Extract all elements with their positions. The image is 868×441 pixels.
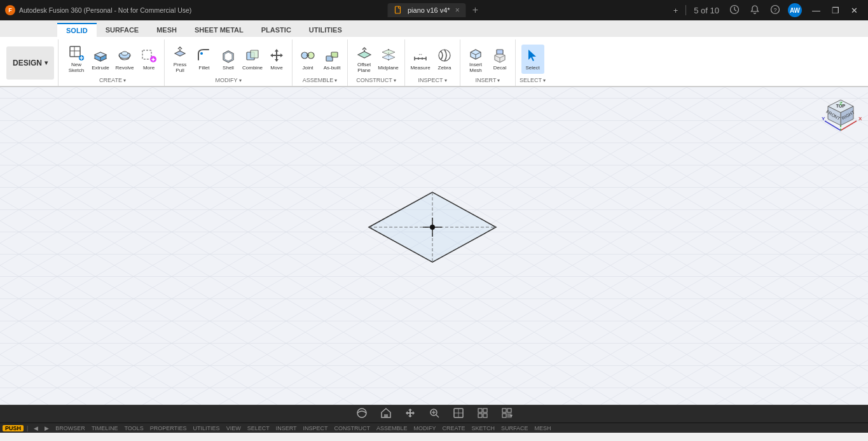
assemble-label[interactable]: ASSEMBLE ▾ bbox=[303, 77, 338, 83]
strip-item-8[interactable]: PROPERTIES bbox=[148, 425, 189, 431]
midplane-btn[interactable]: Midplane bbox=[377, 45, 400, 74]
move-btn[interactable]: Move bbox=[265, 45, 288, 74]
insert-label[interactable]: INSERT ▾ bbox=[476, 77, 500, 83]
create-chevron: ▾ bbox=[123, 78, 126, 83]
tab-utilities[interactable]: UTILITIES bbox=[300, 23, 351, 37]
strip-item-12[interactable]: INSERT bbox=[273, 425, 300, 431]
version-info[interactable]: 5 of 10 bbox=[691, 4, 722, 17]
strip-item-19[interactable]: SURFACE bbox=[499, 425, 531, 431]
as-built-btn[interactable]: As-built bbox=[320, 45, 343, 74]
strip-item-13[interactable]: INSPECT bbox=[301, 425, 331, 431]
tab-container[interactable]: piano v16 v4* × bbox=[387, 3, 466, 17]
svg-text:✦: ✦ bbox=[151, 57, 156, 63]
strip-item-18[interactable]: SKETCH bbox=[469, 425, 497, 431]
inspect-group: ↔ Measure Zebra INSPECT ▾ bbox=[405, 39, 460, 86]
midplane-label: Midplane bbox=[378, 66, 398, 71]
measure-btn[interactable]: ↔ Measure bbox=[409, 45, 432, 74]
zebra-btn[interactable]: Zebra bbox=[433, 45, 456, 74]
create-tools: NewSketch Extrude Revolve bbox=[65, 42, 160, 76]
viewport[interactable]: TOP RIGHT FRONT X Y Z bbox=[0, 87, 868, 405]
insert-tools: InsertMesh Decal bbox=[464, 42, 511, 76]
bottomstrip: PUSH | ◀ ▶ BROWSER TIMELINE TOOLS PROPER… bbox=[0, 423, 868, 433]
home-btn[interactable] bbox=[378, 407, 394, 421]
tabs-row: SOLID SURFACE MESH SHEET METAL PLASTIC U… bbox=[0, 20, 868, 37]
strip-item-5[interactable]: BROWSER bbox=[53, 425, 88, 431]
press-pull-btn[interactable]: PressPull bbox=[169, 45, 191, 74]
strip-item-16[interactable]: MODIFY bbox=[411, 425, 439, 431]
strip-item-1[interactable]: PUSH bbox=[3, 425, 24, 431]
press-pull-label: PressPull bbox=[174, 62, 186, 74]
construct-plane-btn[interactable]: OffsetPlane bbox=[353, 45, 376, 74]
strip-item-14[interactable]: CONSTRUCT bbox=[332, 425, 373, 431]
inspect-label[interactable]: INSPECT ▾ bbox=[418, 77, 447, 83]
svg-point-68 bbox=[357, 409, 366, 417]
app-icon: F bbox=[5, 5, 15, 15]
select-btn[interactable]: Select bbox=[521, 45, 544, 74]
revolve-label: Revolve bbox=[116, 66, 134, 71]
clock-btn[interactable] bbox=[727, 3, 742, 18]
viewcube[interactable]: TOP RIGHT FRONT X Y Z bbox=[818, 92, 863, 137]
tab-sheet-metal[interactable]: SHEET METAL bbox=[186, 23, 252, 37]
nav-tools: ▾ bbox=[354, 407, 515, 421]
create-more-btn[interactable]: ✦ More bbox=[137, 45, 160, 74]
strip-item-9[interactable]: UTILITIES bbox=[191, 425, 223, 431]
tab-solid[interactable]: SOLID bbox=[57, 23, 97, 37]
extrude-btn[interactable]: Extrude bbox=[89, 45, 112, 74]
strip-item-3[interactable]: ◀ bbox=[31, 425, 41, 431]
tab-plastic[interactable]: PLASTIC bbox=[252, 23, 300, 37]
fillet-btn[interactable]: Fillet bbox=[193, 45, 216, 74]
avatar[interactable]: AW bbox=[788, 3, 802, 17]
insert-mesh-btn[interactable]: InsertMesh bbox=[464, 45, 487, 74]
decal-btn[interactable]: Decal bbox=[488, 45, 511, 74]
combine-icon bbox=[244, 46, 261, 64]
decal-icon bbox=[491, 46, 509, 64]
new-tab-btn[interactable]: + bbox=[470, 4, 481, 16]
maximize-btn[interactable]: ❐ bbox=[827, 6, 844, 15]
shell-btn[interactable]: Shell bbox=[217, 45, 240, 74]
strip-item-15[interactable]: ASSEMBLE bbox=[374, 425, 410, 431]
svg-text:Z: Z bbox=[839, 101, 843, 106]
notifications-btn[interactable] bbox=[747, 3, 762, 18]
titlebar-right: + 5 of 10 ? AW — ❐ ✕ bbox=[671, 3, 863, 18]
strip-item-10[interactable]: VIEW bbox=[224, 425, 244, 431]
combine-btn[interactable]: Combine bbox=[241, 45, 264, 74]
design-mode-btn[interactable]: DESIGN ▾ bbox=[6, 46, 54, 80]
select-label-group[interactable]: SELECT ▾ bbox=[520, 77, 546, 83]
add-file-btn[interactable]: + bbox=[671, 4, 681, 17]
tab-mesh[interactable]: MESH bbox=[148, 23, 186, 37]
strip-item-20[interactable]: MESH bbox=[532, 425, 553, 431]
orbit-btn[interactable] bbox=[354, 407, 370, 421]
display-settings-btn[interactable]: ▾ bbox=[499, 407, 515, 421]
new-sketch-btn[interactable]: NewSketch bbox=[65, 45, 88, 74]
close-btn[interactable]: ✕ bbox=[846, 6, 863, 15]
strip-item-4[interactable]: ▶ bbox=[42, 425, 52, 431]
viewcube-toggle-btn[interactable] bbox=[450, 407, 467, 421]
minimize-btn[interactable]: — bbox=[807, 6, 825, 15]
strip-item-7[interactable]: TOOLS bbox=[121, 425, 146, 431]
tab-close-btn[interactable]: × bbox=[455, 6, 460, 15]
zoom-fit-btn[interactable] bbox=[426, 407, 443, 421]
joint-btn[interactable]: Joint bbox=[296, 45, 319, 74]
svg-rect-80 bbox=[478, 414, 482, 417]
strip-item-6[interactable]: TIMELINE bbox=[89, 425, 121, 431]
pan-btn[interactable] bbox=[402, 407, 418, 421]
create-more-label: More bbox=[143, 66, 155, 71]
svg-rect-12 bbox=[142, 50, 151, 59]
svg-rect-81 bbox=[483, 414, 487, 417]
help-icon: ? bbox=[770, 4, 780, 15]
revolve-btn[interactable]: Revolve bbox=[113, 45, 136, 74]
tab-label: piano v16 v4* bbox=[408, 6, 450, 14]
titlebar-left: F Autodesk Fusion 360 (Personal - Not fo… bbox=[5, 5, 191, 15]
construct-label[interactable]: CONSTRUCT ▾ bbox=[356, 77, 396, 83]
strip-item-17[interactable]: CREATE bbox=[440, 425, 468, 431]
grid-toggle-btn[interactable] bbox=[474, 407, 491, 421]
svg-text:▾: ▾ bbox=[510, 413, 513, 419]
strip-item-11[interactable]: SELECT bbox=[245, 425, 272, 431]
help-btn[interactable]: ? bbox=[768, 3, 783, 18]
modify-label[interactable]: MODIFY ▾ bbox=[216, 77, 242, 83]
svg-line-72 bbox=[436, 415, 439, 417]
create-label[interactable]: CREATE ▾ bbox=[99, 77, 126, 83]
as-built-label: As-built bbox=[324, 66, 341, 71]
select-chevron: ▾ bbox=[543, 78, 546, 83]
tab-surface[interactable]: SURFACE bbox=[97, 23, 148, 37]
